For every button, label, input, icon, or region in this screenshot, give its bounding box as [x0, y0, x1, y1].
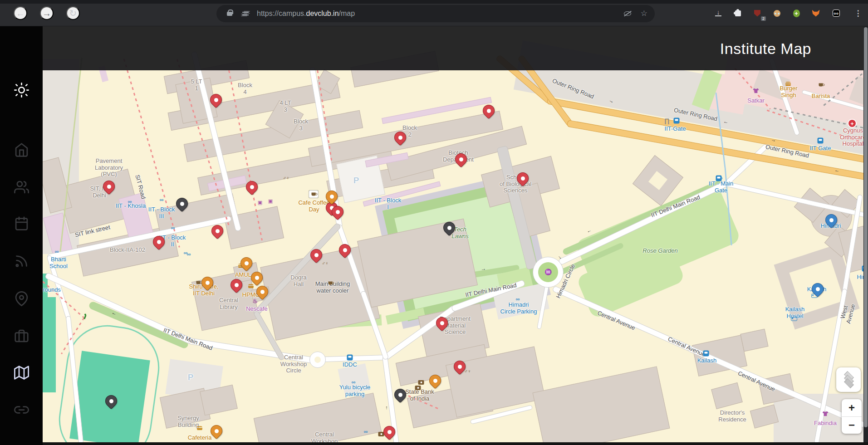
- map-label: IIT - Block I: [375, 197, 401, 210]
- oo-extension-icon[interactable]: oo: [830, 7, 842, 19]
- sidebar-item-jobs[interactable]: [13, 327, 30, 344]
- map-label: Cygnus Orthocare Hospital: [840, 127, 863, 147]
- bikeP-icon: [159, 196, 163, 200]
- bikeP-icon: [351, 379, 355, 382]
- map-marker-red[interactable]: [211, 225, 223, 237]
- bank-icon: [415, 386, 421, 390]
- map-marker-red[interactable]: [383, 426, 395, 438]
- layers-control-button[interactable]: [836, 367, 861, 392]
- back-button[interactable]: ←: [14, 6, 27, 20]
- burger-icon: [248, 284, 254, 289]
- map-marker-red[interactable]: [332, 206, 343, 218]
- link-icon: [14, 402, 29, 417]
- map-label: 4 LT 3: [280, 100, 291, 113]
- map-label: Satkar: [747, 98, 765, 104]
- ublock-extension-icon[interactable]: 2: [751, 7, 763, 19]
- url-text[interactable]: https://campus.devclub.in/map: [257, 10, 355, 18]
- map-marker-red[interactable]: [436, 317, 448, 329]
- sidebar-item-events[interactable]: [13, 215, 30, 232]
- map-marker-orange[interactable]: [256, 286, 268, 298]
- sun-icon: [14, 83, 29, 98]
- map-area: [533, 366, 670, 442]
- map-marker-orange[interactable]: [211, 425, 222, 437]
- page-scrollbar[interactable]: [863, 26, 868, 442]
- bus-icon: [818, 138, 824, 144]
- add-extension-icon[interactable]: +: [790, 7, 802, 19]
- map-marker-orange[interactable]: [429, 375, 441, 386]
- map-marker-gray[interactable]: [443, 222, 455, 234]
- zoom-control: + −: [842, 399, 862, 434]
- sidebar-item-feed[interactable]: [13, 252, 30, 269]
- map-marker-red[interactable]: [230, 279, 242, 291]
- map-label: Pavement Laboratory (PVC): [95, 158, 123, 178]
- app-sidebar: [0, 26, 43, 445]
- forward-button[interactable]: →: [40, 6, 54, 20]
- map-marker-red[interactable]: [517, 172, 529, 184]
- map-marker-orange[interactable]: [201, 277, 213, 289]
- metamask-fox-icon[interactable]: [810, 7, 822, 19]
- map-marker-red[interactable]: [483, 105, 495, 117]
- sidebar-item-home[interactable]: [13, 141, 30, 158]
- map-marker-orange[interactable]: [326, 191, 338, 202]
- map-marker-gray[interactable]: [176, 198, 188, 210]
- zoom-in-button[interactable]: +: [842, 399, 862, 417]
- address-bar[interactable]: https://campus.devclub.in/map ☆: [216, 5, 655, 22]
- bikeP-icon: [171, 225, 175, 228]
- map-marker-red[interactable]: [310, 249, 322, 261]
- map-marker-red[interactable]: [103, 181, 115, 192]
- arrow-icon: →: [481, 265, 486, 272]
- printer-icon: ▣: [268, 198, 273, 204]
- map-marker-blue[interactable]: [825, 214, 837, 226]
- map-marker-gray[interactable]: [105, 395, 117, 407]
- map-label: Director's Residence: [718, 410, 746, 423]
- burger-icon: [785, 82, 791, 86]
- eye-off-icon[interactable]: [624, 11, 631, 16]
- bookmark-star-icon[interactable]: ☆: [641, 9, 647, 18]
- map-marker-red[interactable]: [153, 236, 165, 248]
- map-marker-red[interactable]: [246, 181, 258, 193]
- sidebar-item-theme-toggle[interactable]: [13, 81, 30, 98]
- avatar-extension-icon[interactable]: [771, 7, 783, 19]
- map-label: IDDC: [343, 362, 357, 368]
- map-canvas[interactable]: 5 LT 1Block 44 LT 3Block 3Block 2Biotech…: [43, 26, 863, 442]
- browser-menu-kebab-icon[interactable]: ⋮: [852, 7, 864, 19]
- sidebar-item-places[interactable]: [13, 290, 30, 307]
- map-label: AMUL: [235, 272, 251, 279]
- bus-icon: [347, 355, 353, 361]
- map-label: Yulu bicycle parking: [339, 384, 371, 397]
- map-marker-orange[interactable]: [251, 272, 263, 284]
- map-label: Central Workshop: [311, 431, 338, 442]
- zoom-out-button[interactable]: −: [842, 417, 862, 434]
- map-area: [711, 382, 743, 409]
- map-marker-blue[interactable]: [812, 283, 824, 295]
- map-label: Fabindia: [814, 420, 837, 427]
- map-marker-red[interactable]: [210, 94, 222, 106]
- map-marker-orange[interactable]: [240, 257, 252, 269]
- sidebar-item-people[interactable]: [13, 178, 30, 196]
- map-label: Bharti School: [49, 256, 68, 269]
- sidebar-item-map[interactable]: [13, 364, 30, 381]
- map-label: IIT - Khosla: [116, 203, 146, 210]
- map-label: IIT-Gate: [665, 126, 686, 132]
- map-marker-red[interactable]: [394, 132, 406, 143]
- bottom-edge: [43, 442, 868, 445]
- extensions-puzzle-icon[interactable]: [732, 7, 744, 19]
- map-icon: [14, 365, 29, 380]
- page-header: Institute Map: [43, 26, 863, 70]
- map-label: P: [188, 372, 194, 382]
- map-marker-red[interactable]: [455, 153, 467, 165]
- tracking-controls-icon[interactable]: [242, 11, 249, 16]
- map-label: 5 LT 1: [191, 78, 202, 92]
- bikeP-icon: [515, 296, 520, 299]
- bikeP-icon: [363, 428, 368, 431]
- map-marker-gray[interactable]: [394, 389, 406, 401]
- downloads-icon[interactable]: ↓: [712, 7, 724, 19]
- map-marker-red[interactable]: [454, 361, 466, 372]
- map-marker-red[interactable]: [339, 244, 351, 256]
- scrollbar-thumb[interactable]: [864, 27, 868, 427]
- map-pin-icon: [14, 291, 29, 306]
- map-label: IIT - Block III: [148, 206, 175, 220]
- sidebar-item-links[interactable]: [13, 401, 30, 418]
- map-label: Kailash: [697, 357, 717, 364]
- reload-button[interactable]: ↻: [66, 6, 80, 20]
